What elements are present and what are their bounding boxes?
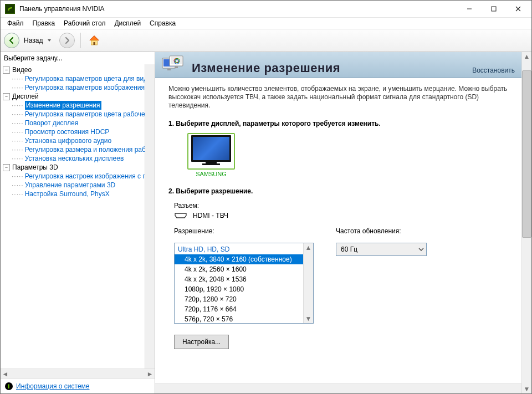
main-scrollbar-horizontal[interactable]: [155, 383, 521, 393]
back-dropdown-icon[interactable]: [47, 38, 52, 43]
monitor-icon: [191, 135, 231, 162]
restore-defaults-link[interactable]: Восстановить: [472, 66, 515, 74]
nvidia-app-icon: [5, 4, 15, 14]
tree-item-change-resolution[interactable]: Изменение разрешения: [25, 101, 101, 110]
toolbar-separator: [80, 33, 81, 48]
back-label: Назад: [24, 37, 43, 44]
tree-item[interactable]: Регулировка параметров цвета для вид: [25, 74, 145, 83]
scroll-down-icon[interactable]: ▼: [304, 314, 313, 323]
refresh-rate-value: 60 Гц: [341, 245, 357, 253]
tree-category-video[interactable]: Видео: [12, 65, 32, 74]
monitor-label: SAMSUNG: [196, 171, 227, 177]
app-window: Панель управления NVIDIA Файл Правка Раб…: [0, 0, 532, 394]
menubar: Файл Правка Рабочий стол Дисплей Справка: [1, 18, 531, 29]
scroll-up-icon[interactable]: ▲: [522, 52, 531, 61]
collapse-icon[interactable]: −: [3, 93, 10, 100]
refresh-rate-label: Частота обновления:: [336, 227, 427, 235]
sidebar-scrollbar-horizontal[interactable]: ◄ ►: [1, 369, 155, 378]
scroll-down-icon[interactable]: ▼: [522, 385, 531, 393]
tree-item[interactable]: Установка цифрового аудио: [25, 136, 111, 145]
chevron-down-icon: [418, 247, 424, 252]
tree-item[interactable]: Управление параметрами 3D: [25, 181, 116, 190]
resolution-option[interactable]: 4k x 2k, 3840 × 2160 (собственное): [175, 254, 303, 264]
connector-label: Разъем:: [174, 202, 517, 209]
page-header: Изменение разрешения Восстановить: [155, 52, 521, 78]
back-button[interactable]: [4, 33, 19, 48]
window-title: Панель управления NVIDIA: [19, 5, 457, 13]
resolution-option[interactable]: 1080p, 1920 × 1080: [175, 284, 303, 294]
menu-file[interactable]: Файл: [3, 18, 28, 28]
tree-item[interactable]: Регулировка размера и положения рабо: [25, 145, 145, 154]
svg-rect-11: [175, 66, 178, 68]
menu-edit[interactable]: Правка: [28, 18, 60, 28]
tree-category-display[interactable]: Дисплей: [12, 92, 39, 101]
page-description: Можно уменьшить количество элементов, от…: [168, 85, 517, 110]
resolution-option[interactable]: 720p, 1280 × 720: [175, 294, 303, 304]
resolution-option[interactable]: 4k x 2k, 2048 × 1536: [175, 274, 303, 284]
sidebar-scrollbar-vertical[interactable]: [145, 64, 155, 369]
tree-item[interactable]: Регулировка параметров цвета рабочег: [25, 110, 145, 119]
svg-rect-7: [171, 57, 182, 64]
connector-value: HDMI - ТВЧ: [193, 212, 228, 219]
tree-item[interactable]: Поворот дисплея: [25, 119, 79, 127]
tree-item[interactable]: Установка нескольких дисплеев: [25, 154, 124, 163]
maximize-button[interactable]: [482, 1, 506, 17]
tree-item[interactable]: Настройка Surround, PhysX: [25, 190, 110, 198]
info-icon: i: [5, 382, 13, 390]
task-sidebar: Выберите задачу... −Видео ·····Регулиров…: [1, 52, 155, 393]
scroll-thumb[interactable]: [522, 70, 531, 238]
customize-button[interactable]: Настройка...: [174, 335, 229, 349]
tree-item[interactable]: Регулировка настроек изображения с пр: [25, 172, 145, 181]
system-info-link[interactable]: Информация о системе: [16, 382, 89, 390]
hdmi-icon: [174, 213, 187, 218]
svg-rect-0: [492, 7, 496, 11]
display-selector-samsung[interactable]: SAMSUNG: [187, 133, 235, 177]
resolution-group-header: Ultra HD, HD, SD: [175, 244, 303, 254]
resolution-option[interactable]: 4k x 2k, 2560 × 1600: [175, 264, 303, 274]
main-scrollbar-vertical[interactable]: ▲ ▼: [521, 52, 531, 393]
listbox-scrollbar[interactable]: ▲ ▼: [303, 243, 313, 323]
tree-category-3d[interactable]: Параметры 3D: [12, 163, 58, 172]
home-button[interactable]: [86, 33, 102, 48]
resolution-option[interactable]: 576p, 720 × 576: [175, 314, 303, 323]
menu-desktop[interactable]: Рабочий стол: [59, 18, 110, 28]
toolbar: Назад: [1, 29, 531, 52]
forward-button[interactable]: [59, 33, 75, 48]
resolution-label: Разрешение:: [174, 227, 314, 235]
refresh-rate-dropdown[interactable]: 60 Гц: [336, 243, 427, 256]
step1-title: 1. Выберите дисплей, параметры которого …: [168, 120, 517, 127]
menu-display[interactable]: Дисплей: [110, 18, 145, 28]
close-button[interactable]: [506, 1, 530, 17]
menu-help[interactable]: Справка: [145, 18, 180, 28]
resolution-listbox[interactable]: Ultra HD, HD, SD 4k x 2k, 3840 × 2160 (с…: [174, 243, 314, 324]
sidebar-footer: i Информация о системе: [1, 378, 155, 393]
tree-item[interactable]: Просмотр состояния HDCP: [25, 127, 110, 136]
monitors-icon: [162, 55, 185, 74]
titlebar: Панель управления NVIDIA: [1, 1, 531, 18]
page-title: Изменение разрешения: [192, 61, 466, 75]
collapse-icon[interactable]: −: [3, 66, 10, 74]
sidebar-title: Выберите задачу...: [1, 52, 155, 64]
svg-rect-2: [94, 42, 95, 45]
tree-item[interactable]: Регулировка параметров изображения д: [25, 83, 145, 92]
minimize-button[interactable]: [457, 1, 482, 17]
resolution-option[interactable]: 720p, 1176 × 664: [175, 304, 303, 314]
scroll-up-icon[interactable]: ▲: [304, 243, 313, 252]
scroll-left-icon[interactable]: ◄: [1, 370, 10, 378]
svg-rect-5: [167, 69, 171, 70]
step2-title: 2. Выберите разрешение.: [168, 187, 517, 195]
task-tree: −Видео ·····Регулировка параметров цвета…: [1, 64, 145, 369]
scroll-right-icon[interactable]: ►: [145, 370, 155, 378]
collapse-icon[interactable]: −: [3, 164, 10, 171]
